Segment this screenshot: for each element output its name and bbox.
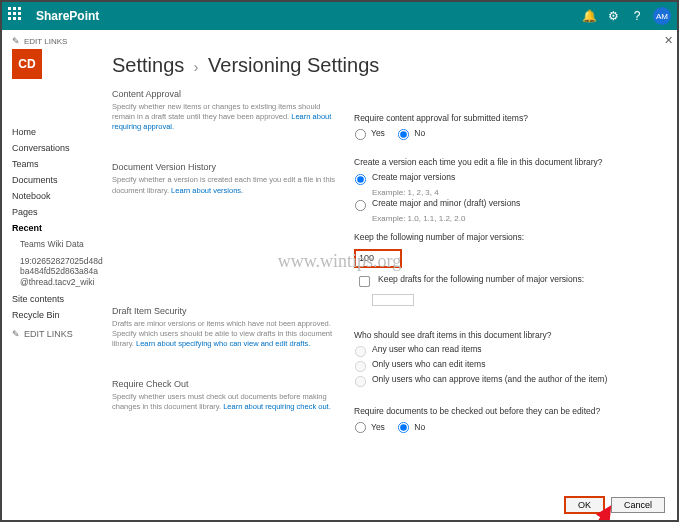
learn-checkout-link[interactable]: Learn about requiring check out. xyxy=(223,402,331,411)
nav-recent[interactable]: Recent xyxy=(12,220,106,236)
opt-question: Who should see draft items in this docum… xyxy=(354,330,659,342)
keep-major-label: Keep the following number of major versi… xyxy=(354,232,659,244)
section-title: Document Version History xyxy=(112,162,342,172)
example-text: Example: 1.0, 1.1, 1.2, 2.0 xyxy=(372,213,659,224)
edit-links-label: EDIT LINKS xyxy=(24,37,67,46)
section-require-checkout: Require Check Out Specify whether users … xyxy=(112,379,342,412)
description-column: Content Approval Specify whether new ite… xyxy=(112,89,342,450)
radio-major-minor-versions[interactable]: Create major and minor (draft) versions xyxy=(354,198,659,212)
nav-recycle-bin[interactable]: Recycle Bin xyxy=(12,307,106,323)
keep-drafts-label: Keep drafts for the following number of … xyxy=(378,274,584,286)
edit-links-bottom[interactable]: ✎ EDIT LINKS xyxy=(12,329,106,339)
opt-question: Create a version each time you edit a fi… xyxy=(354,157,659,169)
nav-notebook[interactable]: Notebook xyxy=(12,188,106,204)
section-title: Draft Item Security xyxy=(112,306,342,316)
left-column: ✎ EDIT LINKS CD Home Conversations Teams… xyxy=(2,30,112,520)
edit-links-top[interactable]: ✎ EDIT LINKS xyxy=(12,36,106,46)
section-text: Specify whether new items or changes to … xyxy=(112,102,320,121)
opt-question: Require content approval for submitted i… xyxy=(354,113,659,125)
nav-teams[interactable]: Teams xyxy=(12,156,106,172)
user-avatar[interactable]: AM xyxy=(653,7,671,25)
suite-bar: SharePoint 🔔 ⚙ ? AM xyxy=(2,2,677,30)
brand-label: SharePoint xyxy=(36,9,99,23)
breadcrumb-current: Versioning Settings xyxy=(208,54,379,76)
example-text: Example: 1, 2, 3, 4 xyxy=(372,187,659,198)
radio-checkout-no[interactable]: No xyxy=(397,421,425,434)
quick-launch-nav: Home Conversations Teams Documents Noteb… xyxy=(12,124,106,339)
keep-drafts-checkbox[interactable] xyxy=(359,276,370,287)
nav-recent-child-2[interactable]: 19:02652827025d48dba484fd52d863a84a@thre… xyxy=(12,253,106,291)
radio-approval-yes[interactable]: Yes xyxy=(354,128,385,141)
section-title: Require Check Out xyxy=(112,379,342,389)
site-logo-tile[interactable]: CD xyxy=(12,49,42,79)
cancel-button[interactable]: Cancel xyxy=(611,497,665,513)
radio-major-versions[interactable]: Create major versions xyxy=(354,172,659,186)
app-launcher-icon[interactable] xyxy=(8,7,26,25)
opt-content-approval: Require content approval for submitted i… xyxy=(354,113,659,145)
breadcrumb-separator-icon: › xyxy=(194,59,199,75)
radio-draft-any-reader[interactable]: Any user who can read items xyxy=(354,344,659,358)
nav-recent-child-1[interactable]: Teams Wiki Data xyxy=(12,236,106,253)
section-title: Content Approval xyxy=(112,89,342,99)
nav-site-contents[interactable]: Site contents xyxy=(12,291,106,307)
settings-gear-icon[interactable]: ⚙ xyxy=(601,9,625,23)
radio-approval-no[interactable]: No xyxy=(397,128,425,141)
opt-draft-visibility: Who should see draft items in this docum… xyxy=(354,330,659,389)
learn-versions-link[interactable]: Learn about versions. xyxy=(171,186,243,195)
radio-draft-editors[interactable]: Only users who can edit items xyxy=(354,359,659,373)
notifications-icon[interactable]: 🔔 xyxy=(577,9,601,23)
opt-version-history: Create a version each time you edit a fi… xyxy=(354,157,659,306)
nav-pages[interactable]: Pages xyxy=(12,204,106,220)
opt-require-checkout: Require documents to be checked out befo… xyxy=(354,406,659,438)
main-column: Settings › Versioning Settings Content A… xyxy=(112,30,677,520)
nav-conversations[interactable]: Conversations xyxy=(12,140,106,156)
opt-question: Require documents to be checked out befo… xyxy=(354,406,659,418)
pencil-icon: ✎ xyxy=(12,329,20,339)
keep-major-input[interactable]: 100 xyxy=(354,249,402,268)
nav-home[interactable]: Home xyxy=(12,124,106,140)
edit-links-bottom-label: EDIT LINKS xyxy=(24,329,73,339)
options-column: Require content approval for submitted i… xyxy=(354,89,669,450)
section-content-approval: Content Approval Specify whether new ite… xyxy=(112,89,342,132)
breadcrumb-parent[interactable]: Settings xyxy=(112,54,184,76)
radio-draft-approvers[interactable]: Only users who can approve items (and th… xyxy=(354,374,659,388)
breadcrumb: Settings › Versioning Settings xyxy=(112,54,669,77)
ok-button[interactable]: OK xyxy=(564,496,605,514)
section-draft-security: Draft Item Security Drafts are minor ver… xyxy=(112,306,342,349)
learn-drafts-link[interactable]: Learn about specifying who can view and … xyxy=(136,339,310,348)
section-version-history: Document Version History Specify whether… xyxy=(112,162,342,195)
help-icon[interactable]: ? xyxy=(625,9,649,23)
pencil-icon: ✎ xyxy=(12,36,20,46)
nav-documents[interactable]: Documents xyxy=(12,172,106,188)
radio-checkout-yes[interactable]: Yes xyxy=(354,421,385,434)
keep-drafts-input[interactable] xyxy=(372,294,414,306)
footer-buttons: OK Cancel xyxy=(564,496,665,514)
